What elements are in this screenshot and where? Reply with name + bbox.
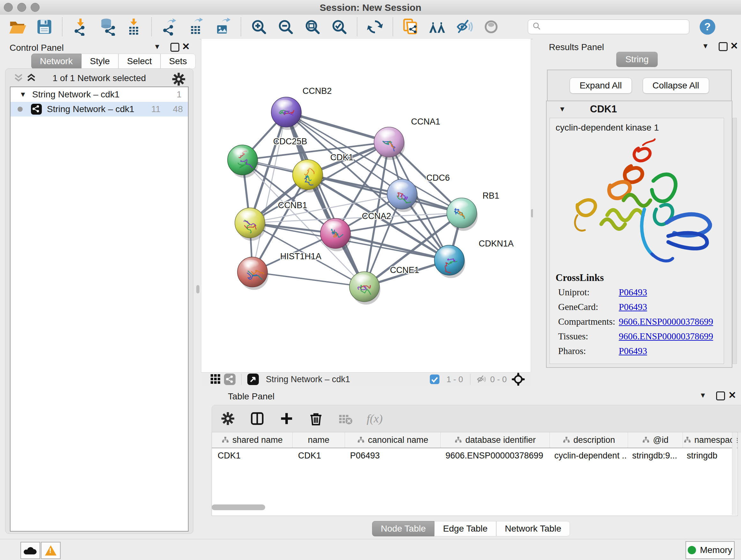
edge-CCNB2-HIST1H1A[interactable]	[253, 112, 286, 272]
node-CDK1[interactable]	[293, 160, 324, 192]
column-header-database-identifier[interactable]: database identifier	[441, 432, 550, 448]
crosslink-link[interactable]: 9606.ENSP00000378699	[619, 331, 713, 341]
add-column-icon[interactable]	[278, 409, 295, 428]
node-CCNE1[interactable]	[349, 272, 381, 305]
tab-select[interactable]: Select	[118, 54, 160, 69]
warning-button[interactable]	[41, 542, 61, 559]
close-panel-icon[interactable]: ✕	[728, 389, 736, 401]
tab-sets[interactable]: Sets	[160, 54, 196, 69]
edge-HIST1H1A-CCNE1[interactable]	[253, 272, 364, 287]
table-vertical-scrollbar[interactable]	[732, 432, 737, 515]
collapse-panel-icon[interactable]: ▾	[701, 390, 705, 400]
export-table-file-icon[interactable]	[187, 17, 205, 36]
node-RB1[interactable]	[447, 198, 478, 231]
collapse-panel-icon[interactable]: ▾	[703, 41, 708, 51]
table-tabs: Node TableEdge TableNetwork Table	[201, 521, 741, 537]
collapse-panel-icon[interactable]: ▾	[155, 42, 159, 51]
tab-node-table[interactable]: Node Table	[372, 521, 434, 537]
column-header--id[interactable]: @id	[628, 432, 683, 448]
node-CCNB1[interactable]	[235, 208, 266, 241]
node-table[interactable]: shared namenamecanonical namedatabase id…	[212, 432, 738, 516]
results-vertical-scrollbar[interactable]	[732, 118, 737, 364]
crosslink-row: Tissues:9606.ENSP00000378699	[550, 329, 724, 344]
cell-description[interactable]: cyclin-dependent ...	[549, 451, 626, 461]
network-options-gear-icon[interactable]	[172, 72, 186, 88]
gear-icon[interactable]	[219, 409, 236, 428]
import-table-file-icon[interactable]	[125, 17, 143, 36]
close-panel-icon[interactable]: ✕	[730, 40, 738, 51]
split-columns-icon[interactable]	[249, 409, 266, 428]
open-session-icon[interactable]	[8, 17, 27, 36]
node-CDKN1A[interactable]	[434, 245, 465, 278]
collapse-all-button[interactable]: Collapse All	[643, 78, 709, 94]
float-panel-icon[interactable]	[171, 43, 179, 52]
column-header-shared-name[interactable]: shared name	[212, 432, 293, 448]
network-view-canvas[interactable]: CCNB2CCNA1CDC25BCDK1CDC6RB1CCNB1CCNA2CDK…	[201, 39, 531, 372]
cell--id[interactable]: stringdb:9...	[626, 451, 681, 461]
cell-namespace[interactable]: stringdb	[681, 451, 738, 461]
search-input[interactable]	[542, 22, 685, 32]
zoom-in-icon[interactable]	[250, 17, 268, 36]
float-panel-icon[interactable]	[719, 42, 728, 51]
show-all-icon[interactable]	[482, 17, 500, 36]
tab-network[interactable]: Network	[31, 54, 81, 69]
zoom-out-icon[interactable]	[276, 17, 295, 36]
protein-card-header[interactable]: ▼ CDK1	[547, 101, 732, 117]
cell-name[interactable]: CDK1	[292, 451, 344, 461]
import-network-database-icon[interactable]	[98, 17, 116, 36]
protein-result-card: ▼ CDK1 cyclin-dependent kinase 1	[546, 101, 732, 368]
table-panel: Table Panel ▾ ✕ f(x) shared namenamecano…	[201, 386, 741, 539]
protein-card-body: cyclin-dependent kinase 1	[549, 118, 724, 364]
export-network-file-icon[interactable]	[160, 17, 179, 36]
left-splitter-handle[interactable]	[196, 285, 199, 294]
node-label-CCNA2: CCNA2	[362, 211, 391, 221]
node-CCNB2[interactable]	[271, 97, 302, 130]
column-header-name[interactable]: name	[293, 432, 345, 448]
memory-button[interactable]: Memory	[685, 541, 735, 559]
protein-name: CDK1	[590, 104, 617, 115]
tab-network-table[interactable]: Network Table	[496, 521, 570, 537]
network-label: String Network – cdk1	[47, 104, 134, 114]
disclosure-triangle-icon[interactable]: ▼	[559, 105, 566, 113]
node-CDC25B[interactable]	[227, 145, 259, 178]
cell-database-identifier[interactable]: 9606.ENSP00000378699	[440, 451, 549, 461]
float-panel-icon[interactable]	[716, 391, 725, 400]
tab-string[interactable]: String	[533, 52, 741, 67]
search-box[interactable]	[528, 19, 689, 34]
crosslink-link[interactable]: P06493	[619, 346, 647, 356]
tab-edge-table[interactable]: Edge Table	[434, 521, 496, 537]
edge-count: 48	[160, 104, 183, 114]
clone-network-icon[interactable]	[401, 17, 420, 36]
column-header-namespace[interactable]: namespace	[683, 432, 738, 448]
delete-column-icon[interactable]	[308, 409, 324, 428]
crosslink-link[interactable]: P06493	[619, 287, 647, 298]
table-row[interactable]: CDK1CDK1P064939606.ENSP00000378699cyclin…	[212, 448, 738, 463]
column-header-description[interactable]: description	[550, 432, 628, 448]
column-header-canonical-name[interactable]: canonical name	[345, 432, 441, 448]
expand-all-button[interactable]: Expand All	[569, 78, 631, 94]
application-window: Session: New Session ? Control Panel ▾ ✕…	[0, 0, 741, 560]
cell-canonical-name[interactable]: P06493	[344, 451, 440, 461]
node-HIST1H1A[interactable]	[238, 257, 268, 290]
cloud-button[interactable]	[20, 542, 40, 559]
save-session-icon[interactable]	[35, 17, 54, 36]
export-image-file-icon[interactable]	[214, 17, 232, 36]
update-view-icon[interactable]	[366, 17, 384, 36]
help-button[interactable]: ?	[698, 17, 717, 36]
zoom-fit-icon[interactable]	[303, 17, 322, 36]
zoom-selected-icon[interactable]	[330, 17, 348, 36]
first-neighbors-icon[interactable]	[428, 17, 447, 36]
crosslink-link[interactable]: P06493	[619, 302, 647, 312]
network-collection-row[interactable]: ▼ String Network – cdk1 1	[10, 87, 188, 102]
import-network-file-icon[interactable]	[71, 17, 89, 36]
crosslink-link[interactable]: 9606.ENSP00000378699	[619, 316, 713, 327]
hide-selected-icon[interactable]	[455, 17, 474, 36]
cell-shared-name[interactable]: CDK1	[212, 451, 292, 461]
node-label-CDC6: CDC6	[426, 173, 450, 183]
node-CCNA1[interactable]	[374, 127, 405, 160]
close-panel-icon[interactable]: ✕	[182, 41, 190, 52]
disclosure-triangle-icon[interactable]: ▼	[19, 90, 26, 99]
tab-style[interactable]: Style	[81, 54, 118, 69]
network-row-selected[interactable]: String Network – cdk1 11 48	[10, 102, 188, 117]
table-horizontal-scrollbar[interactable]	[212, 504, 265, 510]
